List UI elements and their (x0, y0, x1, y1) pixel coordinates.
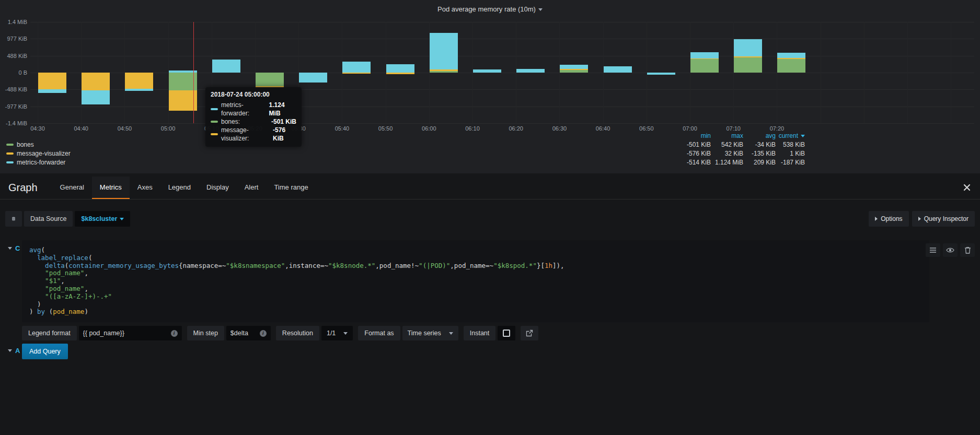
tooltip-series-name: message-visualizer: (221, 126, 273, 143)
y-tick-label: -1.4 MiB (1, 120, 27, 126)
code-line: label_replace( (29, 254, 922, 262)
share-query-icon[interactable] (521, 326, 538, 340)
series-color-dash (6, 161, 14, 163)
series-color-dash (211, 108, 218, 110)
tooltip-series-name: bones: (221, 117, 240, 126)
legend-series-toggle[interactable]: message-visualizer (6, 150, 677, 157)
instant-checkbox[interactable] (498, 326, 515, 340)
query-collapse-toggle[interactable]: C (5, 244, 20, 252)
y-tick-label: 977 KiB (1, 36, 27, 42)
series-color-dash (6, 144, 14, 146)
query-toolbar-buttons: Options Query Inspector (869, 211, 975, 227)
resolution-select[interactable]: 1/1 (321, 326, 353, 340)
bar-segment-metrics-forwarder (342, 62, 371, 73)
tab-alert[interactable]: Alert (237, 177, 267, 199)
bar-segment-metrics-forwarder (125, 89, 153, 91)
y-tick-label: 1.4 MiB (1, 19, 27, 25)
x-tick-label: 04:40 (74, 125, 88, 132)
min-step-label: Min step (187, 326, 224, 340)
legend-max-value: 1.124 MiB (711, 159, 743, 166)
bar-segment-metrics-forwarder (690, 52, 719, 58)
query-ref-letter: C (15, 244, 20, 252)
y-tick-label: 488 KiB (1, 53, 27, 59)
tooltip-timestamp: 2018-07-24 05:00:00 (211, 91, 296, 98)
x-tick-label: 05:50 (378, 125, 393, 132)
legend-header-avg[interactable]: avg (743, 132, 776, 139)
info-icon[interactable]: i (171, 330, 178, 337)
legend-avg-value: 209 KiB (743, 159, 776, 166)
options-button[interactable]: Options (869, 211, 908, 227)
datasource-row: Data Source $k8scluster (5, 211, 130, 227)
bar-segment-message-visualizer (342, 73, 371, 74)
bar-segment-metrics-forwarder (82, 90, 110, 104)
bar-segment-metrics-forwarder (169, 70, 197, 73)
bar-segment-metrics-forwarder (212, 60, 240, 73)
legend-header-current[interactable]: current (776, 132, 805, 139)
resolution-label: Resolution (276, 326, 319, 340)
format-as-select[interactable]: Time series (402, 326, 458, 340)
bar-segment-bones (560, 70, 588, 73)
bar-segment-bones (690, 59, 719, 73)
legend-table: min max avg current bones -501 KiB 542 K… (6, 132, 805, 167)
min-step-inputbox: i (226, 326, 271, 340)
bar-segment-message-visualizer (430, 69, 458, 71)
code-line: "pod_name", (29, 285, 922, 293)
close-editor-icon[interactable] (963, 184, 971, 193)
bar-segment-metrics-forwarder (734, 39, 762, 56)
panel-title[interactable]: Pod average memory rate (10m) (0, 5, 980, 13)
min-step-input[interactable] (230, 330, 256, 337)
bar-segment-message-visualizer (777, 58, 805, 58)
y-tick-label: -488 KiB (1, 86, 27, 92)
x-tick-label: 07:10 (726, 125, 741, 132)
panel-menu-caret-icon (538, 8, 543, 11)
info-icon[interactable]: i (260, 330, 267, 337)
chevron-right-icon (918, 217, 921, 221)
y-tick-label: -977 KiB (1, 103, 27, 110)
legend-format-input[interactable] (83, 330, 167, 337)
legend-header-min[interactable]: min (677, 132, 711, 139)
bar-segment-metrics-forwarder (560, 65, 588, 68)
legend-format-inputbox: i (79, 326, 182, 340)
tab-metrics[interactable]: Metrics (92, 177, 130, 199)
query-disable-eye-icon[interactable] (943, 243, 958, 257)
bar-segment-message-visualizer (560, 69, 588, 70)
bar-segment-bones (734, 57, 762, 73)
x-tick-label: 06:50 (639, 125, 654, 132)
instant-label: Instant (464, 326, 496, 340)
legend-max-value: 32 KiB (711, 150, 743, 157)
legend-series-toggle[interactable]: bones (6, 141, 677, 148)
datasource-icon (5, 211, 22, 227)
datasource-value: $k8scluster (81, 215, 117, 222)
query-delete-trash-icon[interactable] (960, 243, 975, 257)
series-color-dash (211, 121, 218, 123)
tab-time-range[interactable]: Time range (266, 177, 316, 199)
tooltip-row: bones: -501 KiB (211, 117, 296, 126)
graph-panel: Pod average memory rate (10m) 1.4 MiB977… (0, 0, 980, 173)
tab-general[interactable]: General (52, 177, 92, 199)
tab-display[interactable]: Display (199, 177, 237, 199)
tooltip-series-value: 1.124 MiB (269, 101, 296, 117)
bar-segment-bones (777, 59, 805, 73)
query-code[interactable]: avg( label_replace( delta(container_memo… (22, 240, 929, 322)
add-query-button[interactable]: Add Query (22, 344, 68, 359)
chevron-down-icon (120, 218, 124, 220)
code-line: "$1", (29, 277, 922, 285)
query-inspector-button[interactable]: Query Inspector (912, 211, 975, 227)
datasource-picker[interactable]: $k8scluster (75, 211, 130, 227)
legend-row: message-visualizer -576 KiB 32 KiB -135 … (6, 149, 805, 158)
tab-axes[interactable]: Axes (130, 177, 160, 199)
editor-panel-type-title: Graph (8, 182, 38, 194)
x-tick-label: 04:30 (30, 125, 45, 132)
legend-header-max[interactable]: max (711, 132, 743, 139)
grid-line-vertical (472, 22, 473, 123)
panel-title-text: Pod average memory rate (10m) (437, 5, 536, 13)
sort-caret-icon (801, 135, 805, 137)
legend-series-toggle[interactable]: metrics-forwarder (6, 159, 677, 166)
query-menu-icon[interactable] (926, 243, 940, 257)
format-as-value: Time series (408, 330, 441, 337)
tab-legend[interactable]: Legend (160, 177, 199, 199)
resolution-value: 1/1 (327, 330, 336, 337)
bar-segment-metrics-forwarder (299, 73, 327, 83)
query-a-collapse-toggle[interactable]: A (5, 347, 20, 355)
x-tick-label: 06:20 (509, 125, 523, 132)
